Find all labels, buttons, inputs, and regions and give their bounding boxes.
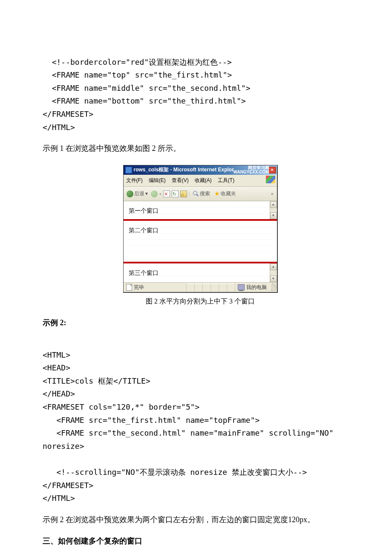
frame-top: 第一个窗口 ▴ ▾: [124, 201, 277, 221]
search-icon: [193, 191, 199, 197]
code-line: <FRAME src="the_second.html" name="mainF…: [43, 428, 334, 437]
scroll-up-icon[interactable]: ▴: [270, 263, 277, 270]
code-line: <!--bordercolor="red"设置框架边框为红色-->: [43, 58, 232, 66]
paragraph-2: 示例 2 在浏览器中预览效果为两个窗口左右分割，而左边的窗口固定宽度120px。: [43, 513, 358, 526]
menu-view[interactable]: 查看(V): [172, 176, 189, 185]
code-line: <HTML>: [43, 350, 70, 359]
scroll-down-icon[interactable]: ▾: [270, 275, 277, 282]
code-line: </HTML>: [43, 494, 75, 503]
search-button[interactable]: 搜索: [192, 189, 211, 199]
ie-content: 第一个窗口 ▴ ▾ 第二个窗口 第三个窗口 ▴ ▾: [124, 201, 277, 282]
favorites-label: 收藏夹: [221, 189, 236, 199]
forward-icon[interactable]: [151, 191, 158, 197]
ie-statusbar: 完毕 我的电脑: [124, 282, 277, 292]
ie-app-icon: [125, 167, 132, 173]
code-block-2: <HTML> <HEAD> <TITLE>cols 框架</TITLE> </H…: [43, 335, 358, 505]
frame-middle: 第二个窗口: [124, 221, 277, 263]
ie-window: rows_cols框架 - Microsoft Internet Explor …: [123, 165, 278, 293]
frame-bottom: 第三个窗口 ▴ ▾: [124, 263, 277, 282]
star-icon: ★: [214, 188, 220, 199]
figure-2: rows_cols框架 - Microsoft Internet Explor …: [43, 165, 358, 308]
status-cells: [186, 283, 235, 292]
scrollbar-top[interactable]: ▴ ▾: [270, 201, 277, 219]
back-label: 后退: [134, 189, 144, 199]
code-line: <FRAMESET cols="120,*" border="5">: [43, 402, 199, 411]
watermark-line2: WANGYEXX.COM: [233, 170, 269, 174]
ie-titlebar: rows_cols框架 - Microsoft Internet Explor …: [124, 165, 277, 175]
frame-middle-body: 第二个窗口: [124, 221, 277, 262]
example-2-heading: 示例 2:: [43, 316, 358, 330]
scrollbar-bottom[interactable]: ▴ ▾: [270, 263, 277, 282]
search-label: 搜索: [200, 189, 210, 199]
code-line: <FRAME src="the_first.html" name="topFra…: [43, 416, 259, 425]
menu-edit[interactable]: 编辑(E): [149, 176, 166, 185]
code-line: <TITLE>cols 框架</TITLE>: [43, 376, 150, 385]
ie-toolbar: 后退 ▾ ▾ | 搜索 ★ 收藏夹 »: [124, 187, 277, 201]
scroll-down-icon[interactable]: ▾: [270, 212, 277, 219]
status-zone: 我的电脑: [235, 283, 270, 292]
dropdown-icon: ▾: [159, 191, 161, 197]
frame-bottom-body: 第三个窗口: [124, 263, 270, 282]
figure-caption: 图 2 水平方向分割为上中下 3 个窗口: [123, 295, 278, 308]
back-button[interactable]: 后退 ▾: [125, 189, 149, 199]
code-line: </HTML>: [43, 123, 75, 132]
close-button[interactable]: ×: [268, 167, 276, 173]
home-icon[interactable]: [180, 191, 187, 197]
code-line: <HEAD>: [43, 363, 70, 372]
status-zone-text: 我的电脑: [246, 283, 267, 292]
status-done: 完毕: [134, 283, 144, 292]
code-line: </FRAMESET>: [43, 110, 93, 119]
code-line: </FRAMESET>: [43, 481, 93, 490]
favorites-button[interactable]: ★ 收藏夹: [213, 188, 237, 199]
frame-top-body: 第一个窗口: [124, 201, 270, 219]
menu-favorites[interactable]: 收藏(A): [195, 176, 212, 185]
scroll-track[interactable]: [270, 270, 277, 275]
section-3-heading: 三、如何创建多个复杂的窗口: [43, 534, 358, 548]
code-line: <FRAME name="top" src="the_first.html">: [43, 70, 232, 79]
ie-flag-icon: [266, 176, 275, 183]
code-block-1: <!--bordercolor="red"设置框架边框为红色--> <FRAME…: [43, 43, 358, 134]
computer-icon: [238, 284, 245, 290]
code-line: <FRAME name="bottom" src="the_third.html…: [43, 96, 246, 105]
refresh-icon[interactable]: [172, 191, 179, 197]
back-icon: [127, 191, 133, 197]
separator: |: [189, 189, 190, 199]
page-icon: [126, 284, 132, 291]
stop-icon[interactable]: [163, 191, 170, 197]
dropdown-icon: ▾: [145, 189, 148, 199]
scroll-track[interactable]: [270, 208, 277, 212]
code-line: noresize>: [43, 442, 84, 451]
scroll-up-icon[interactable]: ▴: [270, 201, 277, 208]
status-left: 完毕: [124, 283, 147, 292]
paragraph-1: 示例 1 在浏览器中预览效果如图 2 所示。: [43, 142, 358, 155]
code-line: <!--scrolling="NO"不显示滚动条 noresize 禁止改变窗口…: [43, 468, 307, 477]
toolbar-overflow[interactable]: »: [269, 190, 275, 198]
code-line: </HEAD>: [43, 389, 75, 398]
menu-file[interactable]: 文件(F): [126, 176, 143, 185]
menu-tools[interactable]: 工具(T): [218, 176, 234, 185]
watermark: 网页学习网 WANGYEXX.COM: [233, 166, 269, 174]
ie-menubar: 文件(F) 编辑(E) 查看(V) 收藏(A) 工具(T): [124, 175, 277, 187]
resize-grip-icon[interactable]: [271, 283, 277, 291]
code-line: <FRAME name="middle" src="the_second.htm…: [43, 84, 251, 92]
